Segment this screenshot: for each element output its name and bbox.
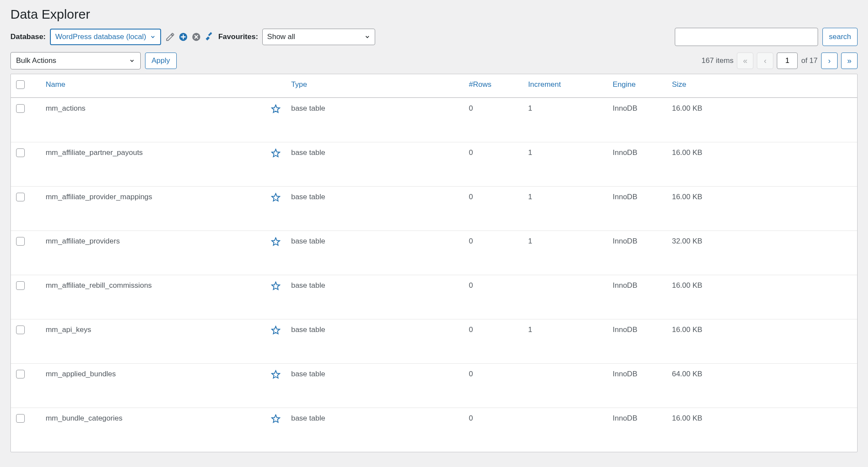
row-rows: 0: [464, 230, 523, 275]
row-increment: 1: [523, 142, 607, 186]
col-type[interactable]: Type: [286, 74, 463, 98]
row-rows: 0: [464, 142, 523, 186]
star-icon[interactable]: [271, 326, 281, 337]
pencil-icon[interactable]: [165, 32, 175, 42]
first-page-button[interactable]: «: [737, 53, 753, 69]
search-button[interactable]: search: [822, 28, 858, 46]
search-input[interactable]: [675, 28, 818, 46]
table-row: mm_affiliate_partner_payoutsbase table01…: [11, 142, 857, 186]
col-size[interactable]: Size: [667, 74, 857, 98]
row-name[interactable]: mm_affiliate_partner_payouts: [46, 148, 143, 157]
row-increment: 1: [523, 230, 607, 275]
row-checkbox[interactable]: [16, 148, 25, 157]
chevron-down-icon: [129, 58, 135, 64]
row-name[interactable]: mm_affiliate_providers: [46, 237, 120, 246]
row-type: base table: [286, 363, 463, 408]
page-title: Data Explorer: [10, 7, 858, 22]
col-engine[interactable]: Engine: [607, 74, 667, 98]
row-rows: 0: [464, 363, 523, 408]
table-row: mm_api_keysbase table01InnoDB16.00 KB: [11, 319, 857, 363]
db-actions: [165, 32, 214, 42]
row-checkbox[interactable]: [16, 370, 25, 378]
chevron-down-icon: [150, 34, 156, 40]
row-checkbox[interactable]: [16, 326, 25, 334]
row-size: 32.00 KB: [667, 230, 857, 275]
row-checkbox[interactable]: [16, 281, 25, 290]
row-engine: InnoDB: [607, 363, 667, 408]
row-rows: 0: [464, 275, 523, 319]
toolbar-secondary: Bulk Actions Apply 167 items « ‹ of 17 ›…: [10, 52, 858, 69]
row-name[interactable]: mm_applied_bundles: [46, 370, 116, 378]
row-size: 16.00 KB: [667, 319, 857, 363]
row-name[interactable]: mm_affiliate_provider_mappings: [46, 193, 152, 201]
row-engine: InnoDB: [607, 186, 667, 230]
row-engine: InnoDB: [607, 408, 667, 452]
row-checkbox[interactable]: [16, 237, 25, 246]
col-rows[interactable]: #Rows: [464, 74, 523, 98]
star-icon[interactable]: [271, 104, 281, 116]
row-increment: [523, 408, 607, 452]
apply-button[interactable]: Apply: [145, 53, 177, 69]
row-type: base table: [286, 319, 463, 363]
svg-marker-7: [272, 326, 280, 334]
row-checkbox[interactable]: [16, 414, 25, 423]
col-name[interactable]: Name: [40, 74, 286, 98]
page-number-input[interactable]: [777, 53, 798, 69]
database-selected: WordPress database (local): [55, 33, 146, 41]
row-engine: InnoDB: [607, 98, 667, 142]
favourites-select[interactable]: Show all: [262, 29, 375, 45]
star-icon[interactable]: [271, 193, 281, 204]
row-rows: 0: [464, 98, 523, 142]
chevron-down-icon: [364, 34, 370, 40]
row-name[interactable]: mm_actions: [46, 104, 86, 113]
database-select[interactable]: WordPress database (local): [50, 29, 161, 45]
row-rows: 0: [464, 408, 523, 452]
next-page-button[interactable]: ›: [821, 53, 838, 69]
row-increment: [523, 363, 607, 408]
svg-marker-9: [272, 415, 280, 422]
sweep-icon[interactable]: [205, 32, 214, 42]
tables-list: Name Type #Rows Increment Engine Size mm…: [10, 74, 858, 452]
row-name[interactable]: mm_affiliate_rebill_commissions: [46, 281, 152, 290]
row-name[interactable]: mm_api_keys: [46, 326, 91, 334]
select-all-checkbox[interactable]: [16, 80, 25, 89]
svg-marker-2: [272, 105, 280, 112]
database-label: Database:: [10, 33, 46, 41]
x-circle-icon[interactable]: [191, 32, 201, 42]
plus-circle-icon[interactable]: [178, 32, 188, 42]
star-icon[interactable]: [271, 148, 281, 160]
last-page-button[interactable]: »: [841, 53, 858, 69]
star-icon[interactable]: [271, 281, 281, 293]
table-row: mm_affiliate_providersbase table01InnoDB…: [11, 230, 857, 275]
star-icon[interactable]: [271, 237, 281, 249]
prev-page-button[interactable]: ‹: [757, 53, 773, 69]
row-name[interactable]: mm_bundle_categories: [46, 414, 122, 423]
row-size: 16.00 KB: [667, 408, 857, 452]
bulk-actions-select[interactable]: Bulk Actions: [10, 52, 141, 69]
row-checkbox[interactable]: [16, 104, 25, 113]
svg-marker-4: [272, 194, 280, 201]
svg-marker-5: [272, 238, 280, 245]
col-increment[interactable]: Increment: [523, 74, 607, 98]
row-checkbox[interactable]: [16, 193, 25, 201]
row-type: base table: [286, 98, 463, 142]
bulk-actions-label: Bulk Actions: [16, 56, 56, 65]
items-count: 167 items: [701, 56, 733, 65]
svg-marker-3: [272, 149, 280, 157]
row-type: base table: [286, 408, 463, 452]
svg-marker-6: [272, 282, 280, 289]
row-size: 64.00 KB: [667, 363, 857, 408]
table-row: mm_bundle_categoriesbase table0InnoDB16.…: [11, 408, 857, 452]
pagination: 167 items « ‹ of 17 › »: [701, 53, 858, 69]
toolbar-primary: Database: WordPress database (local) Fav…: [10, 28, 858, 46]
star-icon[interactable]: [271, 370, 281, 381]
row-engine: InnoDB: [607, 319, 667, 363]
table-row: mm_affiliate_provider_mappingsbase table…: [11, 186, 857, 230]
star-icon[interactable]: [271, 414, 281, 426]
row-size: 16.00 KB: [667, 186, 857, 230]
row-type: base table: [286, 230, 463, 275]
favourites-label: Favourites:: [218, 33, 258, 41]
row-type: base table: [286, 275, 463, 319]
row-rows: 0: [464, 186, 523, 230]
svg-marker-8: [272, 371, 280, 378]
